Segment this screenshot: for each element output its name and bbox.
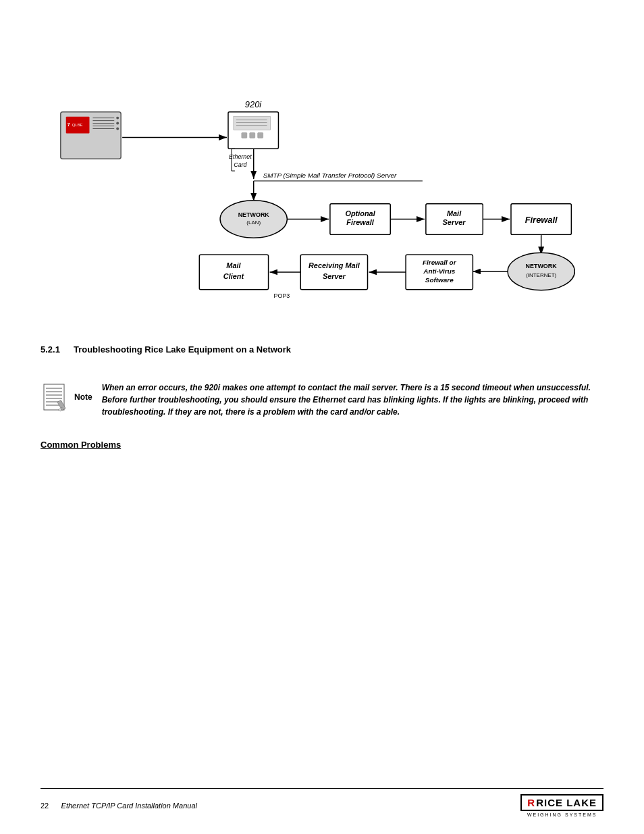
note-container: Note When an error occurs, the 920i make…: [41, 382, 603, 418]
manual-title: Ethernet TCP/IP Card Installation Manual: [61, 802, 197, 810]
label-receiving-mail-server-2: Server: [323, 272, 346, 280]
logo-subtitle: WEIGHING SYSTEMS: [527, 812, 597, 817]
footer: 22 Ethernet TCP/IP Card Installation Man…: [41, 788, 603, 817]
common-problems-label: Common Problems: [41, 440, 121, 450]
section-title: Troubleshooting Rice Lake Equipment on a…: [74, 344, 291, 355]
label-mail-server-2: Server: [443, 218, 466, 226]
footer-left: 22 Ethernet TCP/IP Card Installation Man…: [41, 802, 197, 810]
label-mail-client-1: Mail: [226, 261, 241, 269]
label-ethernet-card-2: Card: [234, 161, 247, 168]
label-optional-firewall-2: Firewall: [346, 218, 375, 226]
label-mail-client-2: Client: [223, 272, 244, 280]
svg-text:QLBE: QLBE: [72, 123, 83, 127]
note-label: Note: [74, 392, 92, 402]
network-diagram: 7 QLBE 920i: [41, 47, 603, 304]
label-optional-firewall-1: Optional: [345, 209, 375, 217]
label-ethernet-card: Ethernet: [229, 153, 252, 160]
label-lan: (LAN): [246, 219, 261, 226]
section-number: 5.2.1: [41, 344, 60, 355]
note-icon-group: Note: [41, 382, 92, 413]
logo-text: RICE LAKE: [536, 797, 597, 808]
label-pop3: POP3: [274, 292, 290, 299]
scale-device: 7 QLBE: [61, 112, 121, 159]
svg-rect-20: [258, 132, 263, 138]
label-smtp: SMTP (Simple Mail Transfer Protocol) Ser…: [263, 172, 397, 179]
note-text: When an error occurs, the 920i makes one…: [102, 382, 603, 418]
page: 7 QLBE 920i: [0, 0, 644, 834]
diagram-area: 7 QLBE 920i: [41, 47, 603, 304]
note-icon: [41, 382, 72, 413]
section-header: 5.2.1 Troubleshooting Rice Lake Equipmen…: [41, 344, 603, 355]
label-firewall: Firewall: [525, 215, 558, 225]
label-internet: (INTERNET): [526, 272, 556, 278]
label-920i: 920i: [245, 99, 263, 109]
label-firewall-antivirus-1: Firewall or: [423, 259, 457, 266]
label-firewall-antivirus-2: Anti-Virus: [423, 267, 455, 275]
svg-rect-19: [250, 132, 255, 138]
footer-logo: R RICE LAKE WEIGHING SYSTEMS: [520, 794, 603, 817]
label-firewall-antivirus-3: Software: [425, 276, 454, 284]
logo-box: R RICE LAKE: [520, 794, 603, 811]
label-receiving-mail-server-1: Receiving Mail: [308, 261, 360, 269]
svg-point-11: [116, 128, 119, 130]
svg-point-9: [116, 117, 119, 120]
rice-lake-logo: R RICE LAKE WEIGHING SYSTEMS: [520, 794, 603, 817]
label-network-internet: NETWORK: [526, 263, 558, 269]
page-number: 22: [41, 802, 49, 810]
svg-rect-18: [242, 132, 247, 138]
svg-rect-14: [234, 117, 271, 130]
common-problems-header: Common Problems: [41, 438, 603, 450]
label-network-lan: NETWORK: [238, 211, 270, 218]
svg-text:7: 7: [68, 122, 70, 127]
logo-r: R: [527, 797, 535, 808]
label-mail-server-1: Mail: [447, 209, 462, 217]
svg-point-10: [116, 122, 119, 125]
